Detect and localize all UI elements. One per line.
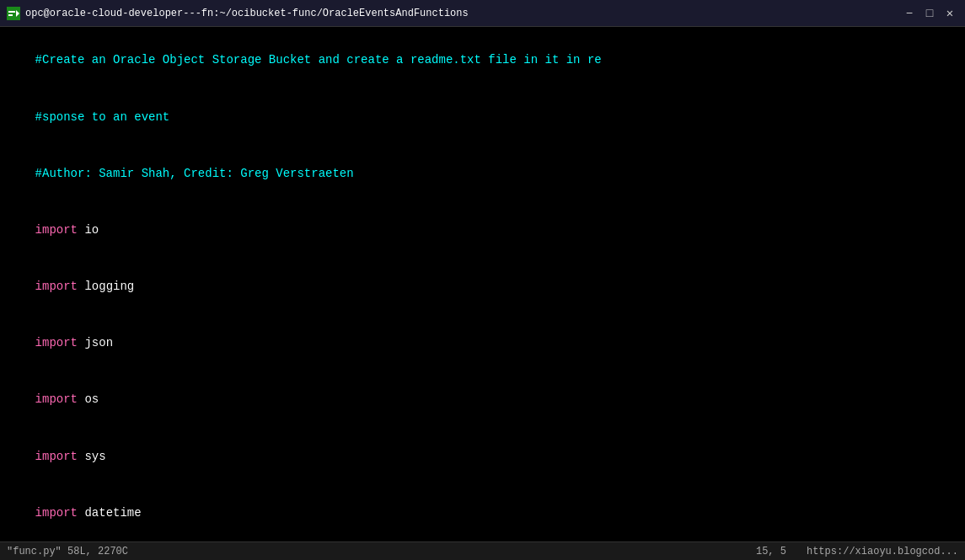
filename-status: "func.py" 58L, 2270C bbox=[7, 546, 128, 557]
minimize-button[interactable]: − bbox=[901, 5, 918, 22]
code-line-8: import sys bbox=[7, 428, 958, 484]
url-status: https://xiaoyu.blogcod... bbox=[807, 546, 958, 557]
terminal-icon bbox=[7, 7, 20, 20]
close-button[interactable]: ✕ bbox=[941, 5, 958, 22]
status-bar: "func.py" 58L, 2270C 15, 5 https://xiaoy… bbox=[0, 541, 965, 560]
cursor-position: 15, 5 bbox=[756, 546, 786, 557]
maximize-button[interactable]: □ bbox=[921, 5, 938, 22]
editor-area: #Create an Oracle Object Storage Bucket … bbox=[0, 27, 965, 541]
code-line-5: import logging bbox=[7, 259, 958, 315]
code-line-6: import json bbox=[7, 315, 958, 371]
title-text: opc@oracle-cloud-developer---fn:~/ocibuc… bbox=[25, 8, 469, 19]
code-line-4: import io bbox=[7, 202, 958, 259]
title-bar: opc@oracle-cloud-developer---fn:~/ocibuc… bbox=[0, 0, 965, 27]
svg-rect-1 bbox=[8, 11, 15, 13]
svg-rect-2 bbox=[8, 14, 13, 16]
code-line-3: #Author: Samir Shah, Credit: Greg Verstr… bbox=[7, 145, 958, 201]
code-line-2: #sponse to an event bbox=[7, 88, 958, 145]
title-bar-left: opc@oracle-cloud-developer---fn:~/ocibuc… bbox=[7, 7, 469, 20]
window-controls: − □ ✕ bbox=[901, 5, 958, 22]
code-line-7: import os bbox=[7, 371, 958, 428]
code-line-1: #Create an Oracle Object Storage Bucket … bbox=[7, 32, 958, 88]
code-line-9: import datetime bbox=[7, 484, 958, 541]
